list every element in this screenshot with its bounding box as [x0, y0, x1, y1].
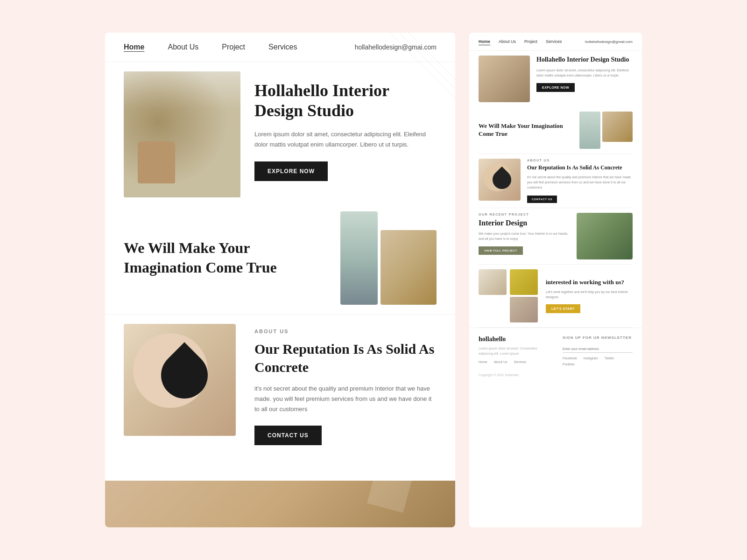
right-about-title: Our Reputation Is As Solid As Concrete	[527, 164, 633, 172]
hero-title: Hollahello Interior Design Studio	[254, 81, 437, 121]
right-about-section: ABOUT US Our Reputation Is As Solid As C…	[469, 154, 642, 208]
right-contact-button[interactable]: CONTACT US	[527, 196, 557, 203]
newsletter-input[interactable]	[563, 345, 633, 353]
right-cta-image-3	[510, 297, 538, 322]
about-content: ABOUT US Our Reputation Is As Solid As C…	[254, 324, 437, 445]
footer-link-about[interactable]: About Us	[494, 360, 507, 364]
about-section-label: ABOUT US	[254, 329, 437, 334]
right-imagination-images	[579, 112, 633, 149]
right-cta-title: interested in working with us?	[546, 279, 633, 287]
right-project-desc: We make your project come true. Your Int…	[479, 231, 570, 241]
right-imagination-title: We Will Make Your Imagination Come True	[479, 122, 575, 138]
footer-link-home[interactable]: Home	[479, 360, 487, 364]
about-description: it's not secret about the quality and pr…	[254, 384, 437, 414]
about-title: Our Reputation Is As Solid As Concrete	[254, 340, 437, 376]
right-cta-section: interested in working with us? Let's wor…	[469, 265, 642, 327]
right-about-desc: it's not secret about the quality and pr…	[527, 175, 633, 190]
right-footer-newsletter: SIGN UP FOR UR NEWSLETTER Facebook Insta…	[563, 336, 633, 366]
right-about-label: ABOUT US	[527, 159, 633, 162]
right-project-title: Interior Design	[479, 218, 570, 228]
footer-link-twitter[interactable]: Twitter	[605, 357, 614, 360]
right-cta-button[interactable]: LET'S START	[546, 304, 580, 313]
right-nav-about[interactable]: About Us	[499, 39, 516, 44]
footer-link-facebook[interactable]: Facebook	[563, 357, 577, 360]
newsletter-title: SIGN UP FOR UR NEWSLETTER	[563, 336, 633, 340]
footer-brand-text: Lorem ipsum dolor sit amet. Consectetur …	[479, 346, 549, 356]
footer-social-links: Facebook Instagram Twitter Portfolio	[563, 357, 633, 366]
right-imagination-img-1	[579, 112, 600, 149]
right-hero-image	[479, 56, 530, 102]
imagination-section: We Will Make Your Imagination Come True	[105, 207, 455, 314]
right-about-content: ABOUT US Our Reputation Is As Solid As C…	[527, 159, 633, 203]
right-navbar: Home About Us Project Services hollahell…	[469, 33, 642, 51]
navbar: Home About Us Project Services hollahell…	[105, 33, 455, 62]
right-cta-image-1	[479, 269, 507, 295]
explore-now-button[interactable]: EXPLORE NOW	[254, 161, 328, 181]
nav-email: hollahellodesign@gmai.com	[355, 43, 437, 51]
right-hero-section: Hollahello Interior Design Studio Lorem …	[469, 51, 642, 107]
about-section: ABOUT US Our Reputation Is As Solid As C…	[105, 315, 455, 455]
nav-home[interactable]: Home	[124, 43, 144, 51]
right-nav-email: hollahellodesign@gmail.com	[585, 40, 633, 44]
right-imagination-img-2	[602, 112, 633, 142]
right-hero-desc: Lorem ipsum dolor sit amet, consectetur …	[536, 68, 633, 78]
hero-section: Hollahello Interior Design Studio Lorem …	[105, 62, 455, 207]
nav-about[interactable]: About Us	[168, 43, 198, 51]
footer-logo: hollahello	[479, 336, 549, 343]
right-panel: Home About Us Project Services hollahell…	[469, 33, 642, 527]
hero-content: Hollahello Interior Design Studio Lorem …	[254, 71, 437, 181]
imagination-title: We Will Make Your Imagination Come True	[124, 238, 331, 277]
imagination-text: We Will Make Your Imagination Come True	[124, 238, 331, 277]
footer-link-portfolio[interactable]: Portfolio	[563, 363, 575, 366]
right-footer-brand: hollahello Lorem ipsum dolor sit amet. C…	[479, 336, 549, 366]
imagination-images	[340, 211, 437, 305]
bottom-strip	[105, 481, 455, 527]
footer-links: Home About Us Services	[479, 360, 549, 364]
footer-link-services[interactable]: Services	[514, 360, 526, 364]
right-nav-services[interactable]: Services	[546, 39, 562, 44]
right-footer: hollahello Lorem ipsum dolor sit amet. C…	[469, 328, 642, 371]
right-cta-content: interested in working with us? Let's wor…	[546, 279, 633, 313]
nav-project[interactable]: Project	[222, 43, 245, 51]
copyright: Copyright © 2021 hollahello	[469, 371, 642, 379]
about-image	[124, 324, 236, 436]
right-hero-title: Hollahello Interior Design Studio	[536, 56, 633, 64]
nav-services[interactable]: Services	[268, 43, 297, 51]
left-panel: Home About Us Project Services hollahell…	[105, 33, 455, 527]
hero-description: Lorem ipsum dolor sit amet, consectetur …	[254, 129, 437, 150]
right-project-label: OUR RECENT PROJECT	[479, 213, 570, 216]
footer-link-instagram[interactable]: Instagram	[584, 357, 598, 360]
right-hero-content: Hollahello Interior Design Studio Lorem …	[536, 56, 633, 92]
contact-us-button[interactable]: CONTACT US	[254, 426, 322, 445]
right-cta-desc: Let's work together and we'll help you b…	[546, 289, 633, 300]
right-nav-home[interactable]: Home	[479, 39, 490, 44]
right-project-image	[577, 213, 633, 259]
right-cta-image-2	[510, 269, 538, 295]
right-project-section: OUR RECENT PROJECT Interior Design We ma…	[469, 208, 642, 264]
right-explore-button[interactable]: EXPLORE NOW	[536, 83, 575, 92]
right-imagination-section: We Will Make Your Imagination Come True	[469, 107, 642, 154]
imagination-image-1	[340, 211, 378, 305]
right-about-image	[479, 159, 521, 201]
right-cta-images	[479, 269, 539, 322]
right-nav-project[interactable]: Project	[524, 39, 537, 44]
imagination-image-2	[381, 230, 437, 305]
hero-image	[124, 71, 240, 197]
right-project-button[interactable]: VIEW FULL PROJECT	[479, 246, 523, 255]
right-project-content: OUR RECENT PROJECT Interior Design We ma…	[479, 213, 570, 255]
